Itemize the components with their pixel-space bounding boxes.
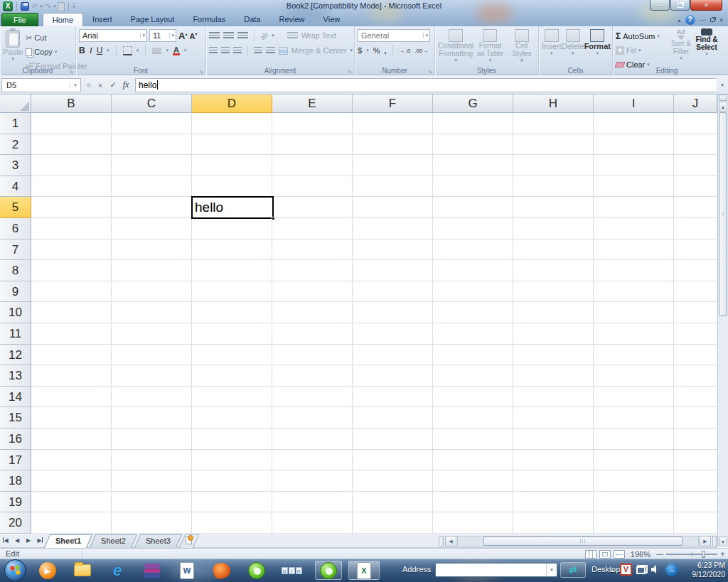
tab-review[interactable]: Review: [269, 13, 314, 26]
expand-formula-bar-icon[interactable]: ▾: [717, 82, 728, 88]
show-hidden-icons-button[interactable]: ▴: [611, 568, 614, 573]
zoom-slider[interactable]: [666, 554, 717, 555]
word-icon[interactable]: W: [176, 561, 198, 580]
workbook-close-icon[interactable]: ×: [719, 16, 724, 24]
redo-icon[interactable]: ↷: [45, 2, 51, 11]
tab-formulas[interactable]: Formulas: [183, 13, 235, 26]
help-icon[interactable]: ?: [685, 15, 695, 25]
column-header-j[interactable]: J: [674, 95, 717, 113]
comma-style-button[interactable]: ,: [384, 46, 386, 55]
horizontal-split-handle[interactable]: [712, 536, 717, 546]
conditional-formatting-button[interactable]: Conditional Formatting ▾: [439, 29, 473, 63]
row-header-19[interactable]: 19: [0, 492, 31, 513]
address-dropdown-icon[interactable]: ▾: [546, 564, 557, 576]
redo-caret-icon[interactable]: ▾: [53, 4, 56, 9]
active-cell-d5[interactable]: hello: [191, 196, 274, 219]
save-icon[interactable]: [21, 2, 29, 11]
fill-color-caret-icon[interactable]: ▾: [166, 48, 168, 53]
vertical-split-handle[interactable]: [719, 95, 727, 101]
cancel-button[interactable]: ×: [94, 81, 107, 90]
tab-data[interactable]: Data: [235, 13, 269, 26]
formula-input[interactable]: hello: [135, 78, 717, 92]
column-header-i[interactable]: I: [594, 95, 674, 113]
address-input[interactable]: [436, 564, 546, 576]
tab-split-handle[interactable]: [439, 536, 444, 546]
column-header-c[interactable]: C: [112, 95, 192, 113]
font-family-select[interactable]: Arial ▾: [79, 29, 147, 42]
name-box[interactable]: D5 ▾: [1, 78, 81, 92]
row-header-12[interactable]: 12: [0, 345, 31, 366]
cells-area[interactable]: hello: [31, 113, 717, 534]
decrease-indent-button[interactable]: [254, 47, 262, 55]
scroll-right-button[interactable]: ▶: [700, 536, 711, 546]
column-header-d[interactable]: D: [192, 95, 272, 113]
row-header-11[interactable]: 11: [0, 323, 31, 345]
formula-bar-handle[interactable]: [87, 83, 91, 87]
merge-center-button[interactable]: Merge & Center: [291, 46, 347, 55]
first-sheet-button[interactable]: ◀: [0, 534, 11, 547]
print-preview-icon[interactable]: [58, 2, 65, 11]
delete-cells-button[interactable]: Delete ▾: [562, 29, 584, 56]
undo-caret-icon[interactable]: ▾: [40, 4, 43, 9]
increase-decimal-button[interactable]: ←.0: [400, 48, 410, 54]
last-sheet-button[interactable]: ▶: [34, 534, 46, 547]
cell-styles-button[interactable]: Cell Styles ▾: [508, 29, 536, 63]
autosum-button[interactable]: Σ AutoSum ▾: [616, 30, 668, 43]
excel-taskbar-button[interactable]: X: [348, 561, 380, 580]
font-color-caret-icon[interactable]: ▾: [184, 48, 187, 53]
currency-button[interactable]: $: [358, 46, 362, 55]
internet-explorer-icon[interactable]: e: [107, 561, 128, 580]
fill-handle[interactable]: [272, 217, 275, 220]
column-header-e[interactable]: E: [272, 95, 353, 113]
tab-home[interactable]: Home: [43, 13, 83, 26]
zoom-in-button[interactable]: +: [720, 549, 725, 559]
sort-filter-button[interactable]: AZ Sort & Filter ▾: [668, 28, 694, 71]
shrink-font-button[interactable]: A▾: [189, 31, 197, 41]
fill-color-button[interactable]: [152, 48, 161, 54]
insert-function-button[interactable]: fx: [119, 80, 132, 90]
alignment-dialog-launcher-icon[interactable]: ↘: [347, 68, 352, 75]
insert-worksheet-button[interactable]: [181, 534, 199, 548]
page-layout-view-button[interactable]: [599, 550, 611, 559]
tab-page-layout[interactable]: Page Layout: [122, 13, 184, 26]
file-explorer-icon[interactable]: [72, 561, 93, 580]
row-header-7[interactable]: 7: [0, 239, 31, 261]
number-format-select[interactable]: General ▾: [358, 29, 430, 42]
currency-caret-icon[interactable]: ▾: [366, 48, 369, 53]
input-method-icon[interactable]: u i n: [281, 561, 302, 580]
orientation-button[interactable]: ab: [259, 30, 270, 41]
excel-app-icon[interactable]: X: [3, 1, 13, 11]
italic-button[interactable]: I: [90, 45, 92, 56]
align-center-button[interactable]: [221, 47, 230, 55]
grow-font-button[interactable]: A▴: [178, 31, 187, 41]
align-left-button[interactable]: [209, 47, 218, 55]
address-go-button[interactable]: ⇄: [560, 562, 586, 578]
align-right-button[interactable]: [233, 47, 242, 55]
minimize-ribbon-icon[interactable]: ▴: [678, 17, 681, 23]
network-tray-icon[interactable]: [636, 565, 648, 574]
row-header-15[interactable]: 15: [0, 407, 31, 429]
merge-center-caret-icon[interactable]: ▾: [350, 48, 353, 53]
name-box-caret-icon[interactable]: ▾: [70, 82, 80, 88]
fox-app-icon[interactable]: [211, 561, 232, 580]
find-select-button[interactable]: Find & Select ▾: [694, 28, 719, 71]
tray-antivirus-icon[interactable]: V: [620, 564, 632, 576]
sheet-tab-sheet3[interactable]: Sheet3: [136, 534, 181, 548]
customize-qat-icon[interactable]: ▾: [73, 4, 75, 10]
vertical-scroll-thumb[interactable]: [719, 112, 727, 316]
minimize-button[interactable]: —: [650, 0, 670, 11]
zoom-out-button[interactable]: —: [656, 550, 663, 558]
normal-view-button[interactable]: [585, 550, 596, 559]
volume-tray-icon[interactable]: [651, 565, 661, 574]
sheet-tab-sheet2[interactable]: Sheet2: [91, 534, 136, 548]
row-header-10[interactable]: 10: [0, 302, 31, 323]
address-combo[interactable]: ▾: [435, 563, 557, 577]
column-header-b[interactable]: B: [31, 95, 112, 113]
paste-button[interactable]: Paste ▾: [3, 28, 23, 72]
format-cells-button[interactable]: Format ▾: [584, 29, 611, 56]
start-button[interactable]: [4, 559, 26, 581]
font-dialog-launcher-icon[interactable]: ↘: [198, 68, 203, 75]
sheet-tab-sheet1[interactable]: Sheet1: [46, 534, 91, 548]
teamviewer-tray-icon[interactable]: ↔: [665, 564, 678, 576]
row-header-16[interactable]: 16: [0, 429, 31, 450]
